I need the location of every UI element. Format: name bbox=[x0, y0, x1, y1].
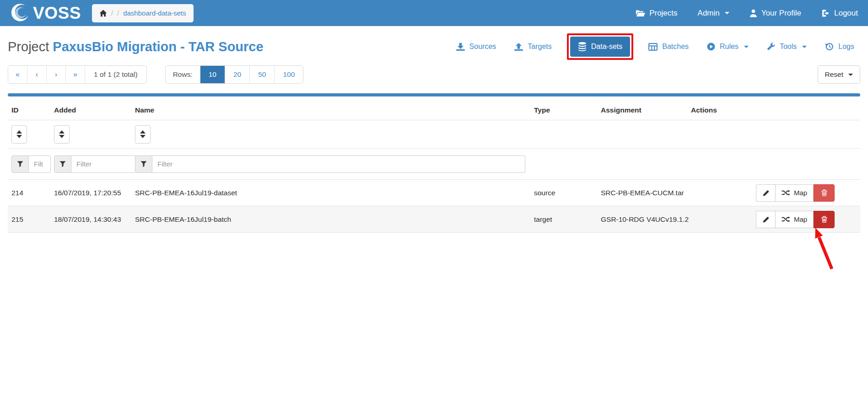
cell-id: 214 bbox=[8, 189, 54, 197]
breadcrumb-separator: / bbox=[111, 9, 113, 17]
filter-name-group bbox=[135, 155, 525, 173]
tab-tools[interactable]: Tools bbox=[761, 38, 813, 55]
reset-button[interactable]: Reset bbox=[818, 65, 861, 84]
map-button[interactable]: Map bbox=[775, 184, 814, 202]
play-circle-icon bbox=[707, 43, 715, 51]
filter-added-group bbox=[54, 155, 136, 173]
filter-row bbox=[8, 149, 860, 180]
page-first-button[interactable]: « bbox=[8, 66, 27, 83]
project-tabs: Sources Targets bbox=[450, 33, 860, 60]
edit-button[interactable] bbox=[756, 184, 775, 202]
nav-your-profile[interactable]: Your Profile bbox=[749, 9, 801, 18]
sort-up-icon bbox=[59, 130, 65, 134]
column-header-name: Name bbox=[135, 106, 534, 114]
sort-down-icon bbox=[140, 135, 146, 138]
sort-row bbox=[8, 120, 860, 149]
column-header-added: Added bbox=[54, 106, 135, 114]
tab-targets-label: Targets bbox=[528, 43, 551, 51]
cell-id: 215 bbox=[8, 215, 54, 224]
rows-option-20[interactable]: 20 bbox=[225, 66, 250, 83]
tab-data-sets-label: Data-sets bbox=[591, 43, 622, 51]
column-header-type: Type bbox=[534, 106, 601, 114]
app-logo[interactable]: VOSS bbox=[10, 3, 81, 23]
nav-admin-label: Admin bbox=[698, 9, 720, 18]
rows-option-100[interactable]: 100 bbox=[275, 66, 303, 83]
page-status: 1 of 1 (2 total) bbox=[85, 66, 146, 83]
filter-id-input[interactable] bbox=[29, 155, 51, 173]
tab-sources-label: Sources bbox=[469, 43, 496, 51]
tab-logs[interactable]: Logs bbox=[819, 38, 860, 55]
upload-icon bbox=[514, 43, 523, 51]
sort-down-icon bbox=[16, 135, 22, 138]
title-row: Project PaxusBio Migration - TAR Source … bbox=[8, 26, 860, 62]
nav-your-profile-label: Your Profile bbox=[761, 9, 801, 18]
database-icon bbox=[578, 42, 587, 51]
delete-button-highlighted[interactable] bbox=[814, 211, 835, 228]
column-header-id: ID bbox=[8, 106, 54, 114]
toolbar: « ‹ › » 1 of 1 (2 total) Rows: 10 20 50 … bbox=[8, 65, 860, 84]
pencil-icon bbox=[762, 189, 770, 197]
cell-type: target bbox=[534, 215, 601, 224]
tab-targets[interactable]: Targets bbox=[508, 38, 557, 55]
cell-assignment: GSR-10-RDG V4UCv19.1.2 bbox=[601, 215, 691, 224]
nav-logout[interactable]: Logout bbox=[821, 9, 858, 18]
voss-crescent-icon bbox=[10, 3, 30, 23]
navbar-links: Projects Admin Your Profile Logout bbox=[636, 9, 858, 18]
download-icon bbox=[456, 43, 465, 51]
map-button[interactable]: Map bbox=[775, 211, 814, 228]
tab-sources[interactable]: Sources bbox=[450, 38, 502, 55]
page-next-button[interactable]: › bbox=[47, 66, 66, 83]
cell-added: 18/07/2019, 14:30:43 bbox=[54, 215, 135, 224]
sort-id-button[interactable] bbox=[11, 125, 27, 144]
reset-label: Reset bbox=[825, 70, 844, 79]
sort-name-button[interactable] bbox=[135, 125, 151, 144]
table-header-row: ID Added Name Type Assignment Actions bbox=[8, 96, 860, 120]
sort-up-icon bbox=[16, 130, 22, 134]
cell-added: 16/07/2019, 17:20:55 bbox=[54, 189, 135, 197]
map-button-label: Map bbox=[794, 189, 807, 197]
page-last-button[interactable]: » bbox=[66, 66, 85, 83]
datasets-table: ID Added Name Type Assignment Actions bbox=[8, 96, 860, 233]
cell-actions: Map bbox=[691, 184, 860, 202]
top-navbar: VOSS / / dashboard-data-sets Projects Ad… bbox=[0, 0, 868, 26]
rows-per-page-group: Rows: 10 20 50 100 bbox=[165, 65, 304, 84]
home-icon[interactable] bbox=[99, 10, 107, 17]
section-divider bbox=[8, 93, 860, 96]
sort-added-button[interactable] bbox=[54, 125, 70, 144]
user-icon bbox=[749, 9, 757, 17]
tab-batches-label: Batches bbox=[662, 43, 689, 51]
nav-logout-label: Logout bbox=[834, 9, 858, 18]
breadcrumb-separator: / bbox=[117, 9, 119, 17]
pagination-group: « ‹ › » 1 of 1 (2 total) bbox=[8, 65, 147, 84]
nav-admin[interactable]: Admin bbox=[698, 9, 729, 18]
edit-button[interactable] bbox=[756, 211, 775, 228]
tab-rules[interactable]: Rules bbox=[701, 38, 755, 55]
filter-added-input[interactable] bbox=[71, 155, 136, 173]
tab-rules-label: Rules bbox=[720, 43, 739, 51]
delete-button[interactable] bbox=[814, 184, 835, 202]
trash-icon bbox=[820, 215, 828, 223]
filter-id-group bbox=[11, 155, 51, 173]
sort-up-icon bbox=[140, 130, 146, 134]
sort-down-icon bbox=[59, 135, 65, 138]
history-icon bbox=[825, 43, 834, 51]
column-header-assignment: Assignment bbox=[601, 106, 691, 114]
table-row: 214 16/07/2019, 17:20:55 SRC-PB-EMEA-16J… bbox=[8, 180, 860, 206]
folder-open-icon bbox=[636, 9, 645, 17]
rows-option-50[interactable]: 50 bbox=[250, 66, 275, 83]
shuffle-icon bbox=[782, 216, 790, 223]
nav-projects[interactable]: Projects bbox=[636, 9, 677, 18]
tab-data-sets[interactable]: Data-sets bbox=[570, 37, 630, 57]
cell-actions: Map bbox=[691, 211, 860, 228]
tab-batches[interactable]: Batches bbox=[642, 38, 695, 55]
column-header-actions: Actions bbox=[691, 106, 860, 114]
breadcrumb-current[interactable]: dashboard-data-sets bbox=[123, 9, 186, 17]
table-icon bbox=[648, 43, 658, 51]
cell-name: SRC-PB-EMEA-16Jul19-dataset bbox=[135, 189, 534, 197]
page-prev-button[interactable]: ‹ bbox=[27, 66, 47, 83]
caret-down-icon bbox=[744, 46, 749, 48]
filter-name-input[interactable] bbox=[152, 155, 525, 173]
rows-option-10[interactable]: 10 bbox=[200, 66, 225, 83]
rows-label: Rows: bbox=[166, 66, 200, 83]
logout-icon bbox=[821, 9, 830, 17]
